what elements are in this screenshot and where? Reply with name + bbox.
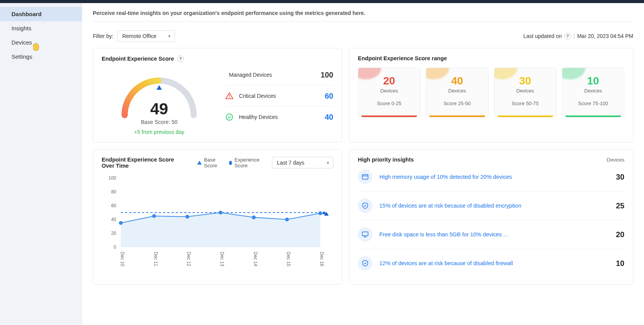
insight-count: 20: [616, 230, 624, 239]
svg-text:80: 80: [111, 189, 117, 195]
sidebar-item-settings[interactable]: Settings: [0, 49, 82, 64]
sidebar-item-label: Dashboard: [12, 11, 41, 17]
range-bar: [497, 115, 553, 117]
dot-marker-icon: [229, 161, 232, 165]
base-score-label: Base Score: 50: [141, 119, 178, 125]
svg-point-18: [285, 218, 289, 221]
range-bar: [361, 115, 417, 117]
metric-row: Managed Devices100: [224, 64, 333, 86]
svg-point-15: [185, 215, 189, 219]
insights-title: High priority insights: [358, 157, 414, 163]
range-devices-label: Devices: [429, 88, 485, 94]
insight-link[interactable]: Free disk space is less than 5GB for 10%…: [379, 231, 508, 238]
time-range-value: Last 7 days: [277, 160, 305, 166]
svg-text:100: 100: [109, 175, 116, 181]
main-content: Perceive real-time insights on your orga…: [82, 3, 644, 325]
last-updated-sep: :: [573, 33, 575, 39]
svg-text:Dec 11: Dec 11: [153, 252, 158, 266]
sidebar-item-dashboard[interactable]: Dashboard: [0, 7, 82, 21]
insight-count: 30: [616, 173, 624, 181]
score-delta: +5 from previous day: [134, 129, 184, 135]
metric-value[interactable]: 40: [325, 113, 333, 122]
triangle-marker-icon: [197, 161, 202, 165]
svg-text:20: 20: [111, 231, 117, 236]
shield-check-icon: [358, 198, 372, 213]
svg-point-19: [318, 211, 322, 215]
help-icon[interactable]: ?: [564, 33, 571, 40]
last-updated: Last updated on ? : Mar 20, 2023 04:54 P…: [523, 33, 633, 40]
app-top-bar: [0, 0, 644, 3]
insight-link[interactable]: High memory usage of 10% detected for 20…: [379, 174, 512, 180]
svg-point-14: [152, 214, 156, 218]
score-card: Endpoint Experience Score ?: [93, 48, 342, 142]
range-card[interactable]: 20DevicesScore 0-25: [358, 68, 420, 117]
svg-text:Dec 14: Dec 14: [253, 252, 258, 266]
range-card[interactable]: 40DevicesScore 25-50: [426, 68, 488, 117]
range-score-label: Score 50-75: [497, 101, 553, 106]
last-updated-prefix: Last updated on: [523, 33, 562, 39]
warning-icon: [224, 91, 234, 101]
sidebar-item-label: Devices: [12, 39, 32, 46]
insight-row: High memory usage of 10% detected for 20…: [358, 163, 624, 191]
range-devices-label: Devices: [565, 88, 621, 94]
sidebar-item-devices[interactable]: Devices: [0, 35, 82, 49]
insight-count: 25: [616, 201, 624, 210]
legend-base-label: Base Score: [204, 157, 223, 168]
score-title: Endpoint Experience Score: [102, 56, 174, 62]
svg-marker-0: [156, 85, 162, 90]
insight-row: 15% of devices are at risk because of di…: [358, 191, 624, 220]
overtime-line-chart: 020406080100Dec 10Dec 11Dec 12Dec 13Dec …: [102, 174, 332, 270]
metric-row: Healthy Devices40: [224, 107, 333, 127]
metric-label: Healthy Devices: [239, 114, 278, 120]
range-card[interactable]: 10DevicesScore 75-100: [562, 68, 624, 117]
range-title: Endpoint Experience Score range: [358, 55, 624, 61]
range-card[interactable]: 30DevicesScore 50-75: [494, 68, 557, 117]
svg-point-16: [219, 211, 222, 214]
svg-text:Dec 10: Dec 10: [120, 252, 125, 266]
svg-point-17: [252, 216, 256, 219]
insight-link[interactable]: 15% of devices are at risk because of di…: [379, 203, 521, 209]
svg-point-3: [226, 114, 233, 120]
monitor-icon: [358, 227, 372, 242]
insight-row: 12% of devices are at risk because of di…: [358, 249, 624, 277]
shield-icon: [358, 256, 372, 271]
filter-select-value: Remote Office: [122, 33, 156, 39]
svg-text:Dec 15: Dec 15: [286, 252, 291, 266]
range-bar: [429, 115, 485, 117]
legend-base: Base Score: [197, 157, 223, 168]
svg-text:Dec 13: Dec 13: [219, 252, 225, 266]
metric-label: Critical Devices: [239, 93, 276, 99]
time-range-select[interactable]: Last 7 days ▼: [272, 157, 333, 168]
svg-rect-29: [362, 232, 368, 236]
svg-text:Dec 16: Dec 16: [319, 252, 324, 266]
range-score-label: Score 0-25: [361, 101, 417, 106]
window-icon: [358, 170, 372, 184]
filter-select[interactable]: Remote Office ▼: [117, 30, 175, 42]
filter-label: Filter by:: [93, 33, 114, 39]
svg-text:60: 60: [111, 203, 117, 208]
metric-value[interactable]: 60: [325, 92, 333, 101]
insights-card: High priority insights Devices High memo…: [349, 149, 633, 285]
page-intro: Perceive real-time insights on your orga…: [93, 8, 633, 22]
check-circle-icon: [224, 112, 234, 122]
sidebar-item-label: Settings: [12, 53, 32, 60]
insight-link[interactable]: 12% of devices are at risk because of di…: [379, 260, 513, 266]
overtime-title: Endpoint Experience Score Over Time: [102, 157, 183, 169]
sidebar-item-label: Insights: [12, 25, 31, 31]
insight-count: 10: [616, 259, 624, 268]
chevron-down-icon: ▼: [326, 161, 330, 165]
legend-experience: Experience Score: [229, 157, 265, 168]
last-updated-timestamp: Mar 20, 2023 04:54 PM: [577, 33, 633, 39]
metric-row: Critical Devices60: [224, 86, 333, 107]
overtime-card: Endpoint Experience Score Over Time Base…: [93, 149, 342, 285]
range-bar: [565, 115, 621, 117]
sidebar-item-insights[interactable]: Insights: [0, 21, 82, 35]
svg-point-13: [119, 221, 123, 225]
help-icon[interactable]: ?: [177, 55, 184, 62]
range-devices-label: Devices: [361, 88, 417, 94]
svg-point-2: [229, 97, 230, 98]
score-value: 49: [150, 100, 168, 118]
score-range-card: Endpoint Experience Score range 20Device…: [349, 48, 633, 142]
range-score-label: Score 75-100: [565, 101, 621, 106]
chevron-down-icon: ▼: [168, 34, 171, 38]
